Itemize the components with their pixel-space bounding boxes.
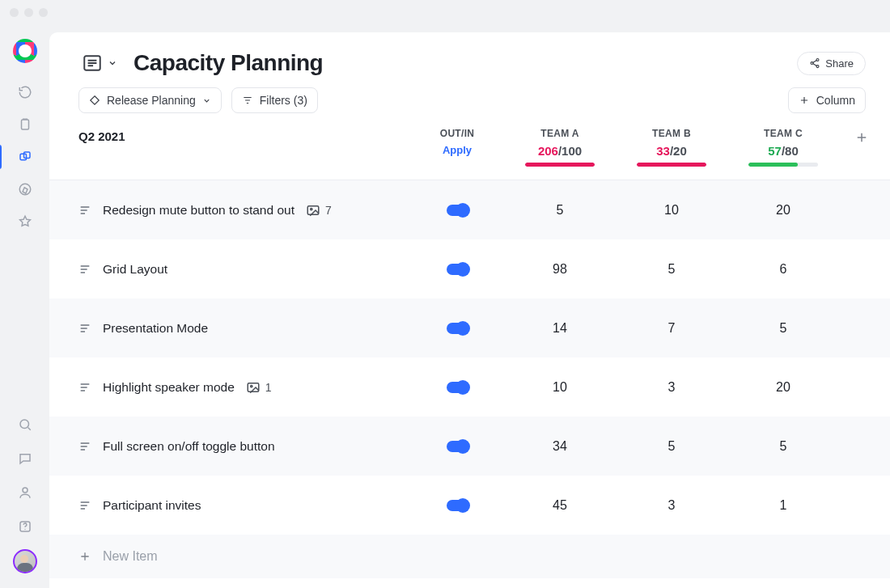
team-a-value[interactable]: 10 (504, 380, 616, 395)
column-team-b: TEAM B 33/20 (616, 128, 727, 175)
apply-button[interactable]: Apply (410, 144, 504, 156)
table-row[interactable]: Grid Layout9856 (49, 239, 890, 298)
app-window: Capacity Planning Share Release Planning… (0, 0, 890, 588)
team-c-value[interactable]: 20 (727, 380, 839, 395)
feature-title: Full screen on/off toggle button (103, 439, 275, 454)
table-row[interactable]: Redesign mute button to stand out751020 (49, 180, 890, 239)
user-avatar[interactable] (13, 549, 37, 573)
traffic-zoom[interactable] (39, 8, 48, 17)
image-icon (246, 380, 261, 395)
text-icon (78, 499, 91, 512)
team-a-value[interactable]: 45 (504, 498, 616, 513)
traffic-close[interactable] (10, 8, 19, 17)
team-c-value[interactable]: 5 (727, 439, 839, 454)
app-shell: Capacity Planning Share Release Planning… (0, 32, 890, 588)
feature-cell: Redesign mute button to stand out7 (78, 203, 410, 218)
nav-chat-icon[interactable] (14, 447, 36, 470)
outin-toggle[interactable] (447, 205, 468, 216)
team-c-value[interactable]: 5 (727, 321, 839, 336)
nav-star-icon[interactable] (14, 210, 36, 233)
plus-icon (78, 550, 91, 563)
outin-cell (410, 441, 504, 452)
team-b-bar (637, 163, 706, 167)
team-b-value[interactable]: 5 (616, 262, 727, 277)
outin-toggle[interactable] (447, 323, 468, 334)
list-view-icon (82, 53, 103, 74)
team-b-value[interactable]: 3 (616, 498, 727, 513)
page-title: Capacity Planning (134, 50, 323, 76)
table-row[interactable]: Full screen on/off toggle button3455 (49, 417, 890, 476)
nav-capacity-icon[interactable] (14, 146, 36, 168)
text-icon (78, 440, 91, 453)
nav-clipboard-icon[interactable] (14, 113, 36, 136)
outin-toggle[interactable] (447, 441, 468, 452)
text-icon (78, 322, 91, 335)
share-label: Share (825, 57, 854, 70)
team-a-value[interactable]: 34 (504, 439, 616, 454)
feature-title: Grid Layout (103, 262, 167, 277)
team-a-value[interactable]: 5 (504, 203, 616, 218)
release-planning-dropdown[interactable]: Release Planning (78, 87, 222, 113)
add-column-button[interactable]: Column (788, 87, 866, 113)
team-c-value[interactable]: 1 (727, 498, 839, 513)
team-a-value[interactable]: 14 (504, 321, 616, 336)
view-picker[interactable] (78, 51, 121, 75)
table-row[interactable]: Presentation Mode1475 (49, 298, 890, 357)
filters-button[interactable]: Filters (3) (231, 87, 318, 113)
outin-cell (410, 323, 504, 334)
feature-cell: Grid Layout (78, 262, 410, 277)
team-b-value[interactable]: 5 (616, 439, 727, 454)
image-icon (306, 203, 320, 218)
column-add (839, 128, 871, 180)
team-name: TEAM C (727, 128, 839, 139)
feature-title: Highlight speaker mode (103, 380, 235, 395)
svg-point-16 (250, 385, 252, 387)
filter-icon (242, 95, 253, 106)
sidebar-nav-bottom (13, 413, 37, 588)
column-team-a: TEAM A 206/100 (504, 128, 616, 175)
team-b-value[interactable]: 7 (616, 321, 727, 336)
new-item-placeholder: New Item (103, 549, 158, 564)
team-name: TEAM A (504, 128, 616, 139)
outin-toggle[interactable] (447, 500, 468, 511)
nav-search-icon[interactable] (14, 413, 36, 436)
nav-refresh-icon[interactable] (14, 81, 36, 104)
feature-cell: Highlight speaker mode1 (78, 380, 410, 395)
feature-cell: Presentation Mode (78, 321, 410, 336)
traffic-minimize[interactable] (24, 8, 33, 17)
release-label: Release Planning (107, 94, 196, 107)
svg-point-14 (311, 208, 312, 209)
feature-title: Participant invites (103, 498, 201, 513)
team-b-capacity: 33/20 (616, 144, 727, 158)
svg-point-7 (24, 529, 25, 530)
page-header: Capacity Planning Share (49, 50, 890, 87)
feature-title: Presentation Mode (103, 321, 208, 336)
outin-toggle[interactable] (447, 264, 468, 275)
team-b-value[interactable]: 3 (616, 380, 727, 395)
sidebar-nav-top (14, 81, 36, 233)
team-c-value[interactable]: 6 (727, 262, 839, 277)
table-row[interactable]: Highlight speaker mode110320 (49, 357, 890, 417)
team-name: TEAM B (616, 128, 727, 139)
column-outin: OUT/IN Apply (410, 128, 504, 171)
team-b-value[interactable]: 10 (616, 203, 727, 218)
column-team-c: TEAM C 57/80 (727, 128, 839, 175)
nav-help-icon[interactable] (14, 515, 36, 538)
new-item-row[interactable]: New Item (49, 535, 890, 578)
share-icon (809, 57, 820, 69)
text-icon (78, 204, 91, 217)
app-logo[interactable] (13, 39, 37, 63)
nav-compass-icon[interactable] (14, 178, 36, 201)
window-controls (10, 8, 48, 17)
table-header: Q2 2021 OUT/IN Apply TEAM A 206/100 TEAM… (49, 128, 890, 180)
svg-rect-0 (21, 120, 28, 129)
add-column-icon[interactable] (852, 128, 871, 147)
team-a-value[interactable]: 98 (504, 262, 616, 277)
share-button[interactable]: Share (797, 52, 866, 75)
outin-cell (410, 264, 504, 275)
nav-user-icon[interactable] (14, 481, 36, 504)
team-c-value[interactable]: 20 (727, 203, 839, 218)
svg-point-5 (23, 488, 28, 493)
table-row[interactable]: Participant invites4531 (49, 476, 890, 535)
outin-toggle[interactable] (447, 382, 468, 393)
